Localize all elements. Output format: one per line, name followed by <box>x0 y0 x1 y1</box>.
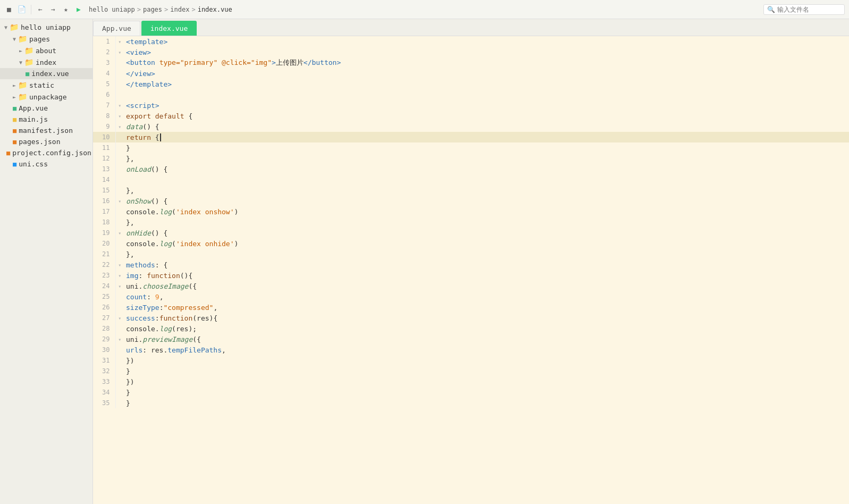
fold-button[interactable]: ▾ <box>115 259 124 270</box>
fold-button[interactable] <box>115 355 124 366</box>
code-content[interactable]: } <box>124 398 849 408</box>
code-content[interactable]: console.log('index onhide') <box>124 238 849 249</box>
fold-button[interactable]: ▾ <box>115 196 124 206</box>
code-content[interactable]: console.log('index onshow') <box>124 206 849 217</box>
fold-button[interactable] <box>115 79 124 89</box>
sidebar-item-about[interactable]: ► 📁 about <box>0 45 93 56</box>
fold-button[interactable] <box>115 68 124 79</box>
code-content[interactable]: success:function(res){ <box>124 313 849 323</box>
breadcrumb: hello uniapp > pages > index > index.vue <box>89 6 232 13</box>
fold-button[interactable] <box>115 132 124 142</box>
code-content[interactable]: uni.chooseImage({ <box>124 281 849 291</box>
fold-button[interactable]: ▾ <box>115 313 124 323</box>
code-editor[interactable]: 1▾<template>2▾<view>3<button type="prima… <box>93 36 849 504</box>
fold-button[interactable]: ▾ <box>115 111 124 121</box>
tab-app-vue[interactable]: App.vue <box>93 21 140 36</box>
fold-button[interactable] <box>115 387 124 398</box>
code-content[interactable]: <template> <box>124 36 849 47</box>
fold-button[interactable] <box>115 376 124 387</box>
sidebar-item-index-vue[interactable]: ■ index.vue <box>0 68 93 79</box>
nav-next-icon[interactable]: → <box>48 5 58 14</box>
code-content[interactable]: data() { <box>124 121 849 132</box>
fold-button[interactable] <box>115 57 124 68</box>
sidebar-item-pages[interactable]: ▼ 📁 pages <box>0 33 93 45</box>
fold-button[interactable] <box>115 366 124 376</box>
sidebar-item-main-js[interactable]: ■ main.js <box>0 114 93 125</box>
fold-button[interactable]: ▾ <box>115 334 124 345</box>
fold-button[interactable]: ▾ <box>115 121 124 132</box>
code-content[interactable]: }) <box>124 355 849 366</box>
sidebar-item-project-config[interactable]: ■ project.config.json <box>0 147 93 158</box>
star-icon[interactable]: ★ <box>61 5 71 14</box>
fold-button[interactable] <box>115 164 124 174</box>
fold-button[interactable] <box>115 291 124 302</box>
fold-button[interactable] <box>115 323 124 334</box>
search-input[interactable] <box>777 6 841 13</box>
table-row: 28console.log(res); <box>93 323 849 334</box>
fold-button[interactable] <box>115 249 124 259</box>
breadcrumb-root[interactable]: hello uniapp <box>89 6 135 13</box>
sidebar-item-index[interactable]: ▼ 📁 index <box>0 56 93 68</box>
fold-button[interactable] <box>115 345 124 355</box>
code-content[interactable]: onShow() { <box>124 196 849 206</box>
sidebar-item-app-vue[interactable]: ■ App.vue <box>0 103 93 114</box>
fold-button[interactable] <box>115 89 124 100</box>
run-icon[interactable]: ▶ <box>74 5 83 14</box>
code-content[interactable]: </view> <box>124 68 849 79</box>
code-content[interactable]: } <box>124 142 849 153</box>
code-content[interactable]: } <box>124 366 849 376</box>
fold-button[interactable] <box>115 238 124 249</box>
code-content[interactable]: }) <box>124 376 849 387</box>
sidebar-item-uni-css[interactable]: ■ uni.css <box>0 158 93 170</box>
fold-button[interactable]: ▾ <box>115 270 124 281</box>
code-content[interactable]: uni.previewImage({ <box>124 334 849 345</box>
nav-file-icon[interactable]: 📄 <box>17 5 27 14</box>
fold-button[interactable] <box>115 174 124 185</box>
fold-button[interactable] <box>115 206 124 217</box>
code-content[interactable]: img: function(){ <box>124 270 849 281</box>
code-content[interactable]: return { <box>124 132 849 142</box>
breadcrumb-pages[interactable]: pages <box>143 6 162 13</box>
nav-back-icon[interactable]: ■ <box>4 5 14 14</box>
code-content[interactable]: sizeType:"compressed", <box>124 302 849 313</box>
code-content[interactable]: onHide() { <box>124 228 849 238</box>
sidebar-item-hello-uniapp[interactable]: ▼ 📁 hello uniapp <box>0 21 93 33</box>
code-content[interactable]: }, <box>124 185 849 196</box>
code-content[interactable]: </template> <box>124 79 849 89</box>
breadcrumb-index[interactable]: index <box>170 6 189 13</box>
sidebar-item-unpackage[interactable]: ► 📁 unpackage <box>0 91 93 103</box>
line-number: 30 <box>93 345 115 355</box>
fold-button[interactable]: ▾ <box>115 100 124 111</box>
fold-button[interactable] <box>115 217 124 228</box>
code-content[interactable]: onLoad() { <box>124 164 849 174</box>
code-content[interactable] <box>124 89 849 100</box>
fold-button[interactable] <box>115 153 124 164</box>
code-content[interactable]: }, <box>124 217 849 228</box>
fold-button[interactable] <box>115 142 124 153</box>
code-content[interactable]: <button type="primary" @click="img">上传图片… <box>124 57 849 68</box>
fold-button[interactable]: ▾ <box>115 36 124 47</box>
file-search-box[interactable]: 🔍 <box>763 4 845 15</box>
fold-button[interactable]: ▾ <box>115 281 124 291</box>
sidebar-item-pages-json[interactable]: ■ pages.json <box>0 136 93 147</box>
fold-button[interactable] <box>115 185 124 196</box>
code-content[interactable]: console.log(res); <box>124 323 849 334</box>
fold-button[interactable] <box>115 302 124 313</box>
tab-index-vue[interactable]: index.vue <box>141 21 197 36</box>
code-content[interactable]: export default { <box>124 111 849 121</box>
code-content[interactable]: }, <box>124 153 849 164</box>
code-content[interactable]: } <box>124 387 849 398</box>
sidebar-item-manifest[interactable]: ■ manifest.json <box>0 125 93 136</box>
fold-button[interactable] <box>115 398 124 408</box>
code-content[interactable]: }, <box>124 249 849 259</box>
code-content[interactable]: methods: { <box>124 259 849 270</box>
nav-prev-icon[interactable]: ← <box>36 5 45 14</box>
code-content[interactable] <box>124 174 849 185</box>
fold-button[interactable]: ▾ <box>115 47 124 57</box>
code-content[interactable]: <script> <box>124 100 849 111</box>
code-content[interactable]: urls: res.tempFilePaths, <box>124 345 849 355</box>
code-content[interactable]: count: 9, <box>124 291 849 302</box>
fold-button[interactable]: ▾ <box>115 228 124 238</box>
sidebar-item-static[interactable]: ► 📁 static <box>0 79 93 91</box>
code-content[interactable]: <view> <box>124 47 849 57</box>
